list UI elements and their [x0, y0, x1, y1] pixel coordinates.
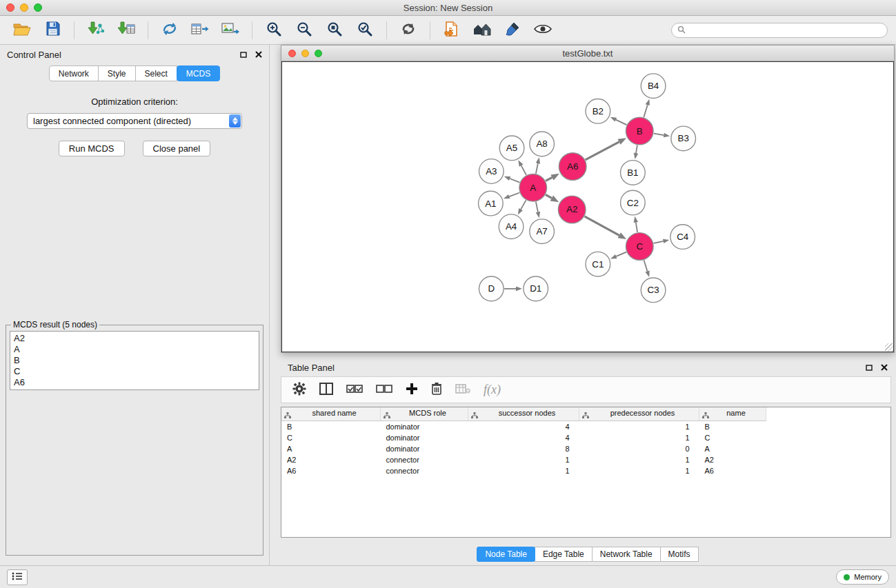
tab-style[interactable]: Style	[98, 65, 136, 81]
table-settings-button[interactable]	[292, 382, 306, 398]
graph-node-B[interactable]: B	[626, 117, 653, 145]
tab-select[interactable]: Select	[135, 65, 177, 81]
network-view[interactable]: B4B2BB3A8A5A6A3B1AC2A1A2A4A7C4CC1C3DD1	[281, 61, 894, 352]
network-window-title: testGlobe.txt	[281, 48, 894, 59]
column-header-MCDS-role[interactable]: MCDS role	[381, 407, 468, 421]
zoom-selected-button[interactable]	[351, 19, 379, 42]
table-row[interactable]: Adominator80A	[281, 443, 766, 454]
graph-node-B4[interactable]: B4	[641, 74, 666, 99]
refresh-view-button[interactable]	[395, 19, 422, 42]
search-input[interactable]	[689, 25, 882, 36]
criterion-dropdown[interactable]: largest connected component (directed)	[27, 113, 242, 129]
mcds-result-list[interactable]: A2ABCA6	[10, 331, 259, 390]
svg-text:B2: B2	[593, 106, 604, 116]
graph-node-A8[interactable]: A8	[530, 132, 555, 156]
close-window-button[interactable]	[6, 3, 14, 12]
create-column-button[interactable]	[406, 383, 418, 398]
select-all-columns-button[interactable]	[346, 384, 363, 396]
run-mcds-button[interactable]: Run MCDS	[59, 141, 125, 156]
graph-node-D[interactable]: D	[479, 276, 504, 301]
column-header-name[interactable]: name	[699, 407, 766, 421]
zoom-in-icon	[266, 21, 282, 40]
network-close-button[interactable]	[288, 50, 296, 57]
result-item[interactable]: C	[14, 366, 255, 377]
tab-motifs[interactable]: Motifs	[660, 547, 699, 562]
table-row[interactable]: Cdominator41C	[281, 432, 766, 443]
home-button[interactable]	[468, 19, 496, 42]
search-icon	[677, 24, 686, 37]
node-table[interactable]: shared nameMCDS rolesuccessor nodesprede…	[281, 407, 891, 538]
graph-node-A1[interactable]: A1	[479, 191, 504, 216]
network-zoom-button[interactable]	[315, 50, 322, 57]
graph-node-A4[interactable]: A4	[499, 214, 524, 239]
result-item[interactable]: A2	[14, 333, 255, 344]
close-panel-icon-button[interactable]	[255, 51, 262, 58]
delete-table-button[interactable]	[455, 383, 470, 397]
show-hide-button[interactable]	[529, 19, 557, 42]
function-builder-button[interactable]: f(x)	[484, 383, 501, 397]
task-history-button[interactable]	[7, 569, 28, 585]
open-session-button[interactable]	[8, 19, 36, 42]
graph-node-C3[interactable]: C3	[641, 278, 666, 303]
graph-node-D1[interactable]: D1	[524, 276, 548, 301]
graph-node-C[interactable]: C	[626, 233, 653, 261]
graph-node-A[interactable]: A	[519, 174, 547, 201]
tab-mcds[interactable]: MCDS	[177, 65, 220, 81]
graph-node-C4[interactable]: C4	[670, 225, 695, 250]
table-row[interactable]: Bdominator41B	[281, 421, 766, 433]
minimize-window-button[interactable]	[20, 3, 28, 12]
toolbar-separator	[74, 21, 74, 39]
graph-node-B2[interactable]: B2	[586, 99, 610, 123]
svg-text:C3: C3	[648, 285, 659, 295]
graph-node-B1[interactable]: B1	[621, 161, 646, 185]
network-minimize-button[interactable]	[301, 50, 309, 57]
export-table-button[interactable]	[186, 19, 214, 42]
control-panel: Control Panel NetworkStyleSelectMCDS Opt…	[0, 45, 270, 565]
export-network-button[interactable]	[156, 19, 183, 42]
tab-node-table[interactable]: Node Table	[477, 547, 535, 562]
report-button[interactable]	[438, 19, 466, 42]
graph-node-C2[interactable]: C2	[621, 190, 646, 215]
graph-node-A7[interactable]: A7	[530, 219, 555, 244]
graph-node-A2[interactable]: A2	[558, 196, 586, 223]
column-header-shared-name[interactable]: shared name	[281, 407, 381, 421]
column-header-predecessor-nodes[interactable]: predecessor nodes	[579, 407, 699, 421]
zoom-out-button[interactable]	[290, 19, 318, 42]
zoom-in-button[interactable]	[260, 19, 288, 42]
search-field[interactable]	[671, 23, 888, 38]
data-type-icon	[582, 412, 589, 420]
delete-column-button[interactable]	[431, 382, 442, 398]
report-icon	[444, 21, 460, 40]
zoom-window-button[interactable]	[34, 3, 42, 12]
float-table-panel-button[interactable]	[866, 365, 873, 371]
tab-network[interactable]: Network	[49, 65, 99, 81]
result-item[interactable]: A	[14, 344, 255, 355]
graph-node-A6[interactable]: A6	[559, 153, 586, 181]
graph-node-A5[interactable]: A5	[499, 136, 524, 161]
eye-icon	[534, 23, 552, 38]
result-item[interactable]: B	[14, 355, 255, 366]
zoom-fit-button[interactable]	[321, 19, 348, 42]
close-panel-button[interactable]: Close panel	[143, 141, 211, 156]
graph-node-C1[interactable]: C1	[586, 252, 610, 276]
unselect-all-columns-button[interactable]	[376, 384, 392, 396]
table-tabs: Node TableEdge TableNetwork TableMotifs	[281, 547, 895, 562]
result-item[interactable]: A6	[14, 377, 255, 388]
float-panel-button[interactable]	[240, 52, 247, 58]
column-header-successor-nodes[interactable]: successor nodes	[468, 407, 579, 421]
graph-node-A3[interactable]: A3	[479, 159, 504, 184]
save-session-button[interactable]	[39, 19, 66, 42]
close-table-panel-button[interactable]	[881, 364, 888, 371]
import-table-button[interactable]	[112, 19, 140, 42]
import-network-button[interactable]	[82, 19, 110, 42]
resize-grip[interactable]	[885, 343, 893, 352]
tab-network-table[interactable]: Network Table	[592, 547, 661, 562]
memory-button[interactable]: Memory	[836, 569, 889, 585]
table-row[interactable]: A6connector11A6	[281, 465, 766, 476]
style-button[interactable]	[499, 19, 526, 42]
show-columns-button[interactable]	[319, 383, 333, 398]
graph-node-B3[interactable]: B3	[671, 126, 696, 151]
table-row[interactable]: A2connector11A2	[281, 454, 766, 465]
export-image-button[interactable]	[217, 19, 244, 42]
tab-edge-table[interactable]: Edge Table	[535, 547, 593, 562]
